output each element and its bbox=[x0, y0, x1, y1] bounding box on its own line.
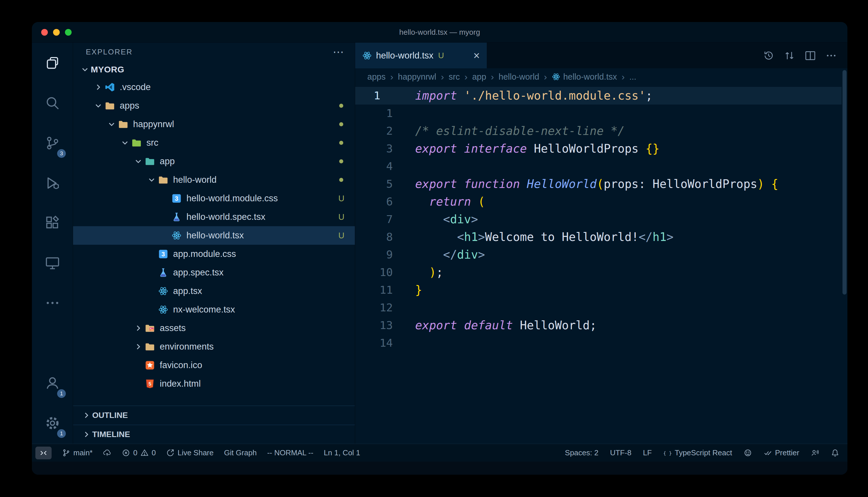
status-language-mode[interactable]: { }TypeScript React bbox=[663, 448, 732, 457]
tree-item-app.spec.tsx[interactable]: app.spec.tsx bbox=[73, 263, 355, 282]
tab-hello-world-tsx[interactable]: hello-world.tsx U × bbox=[355, 43, 487, 68]
line-number[interactable]: 14 bbox=[355, 334, 401, 352]
code-content[interactable]: import './hello-world.module.css';/* esl… bbox=[401, 87, 848, 444]
split-editor-icon[interactable] bbox=[804, 50, 816, 61]
code-line[interactable] bbox=[415, 158, 848, 175]
status-vim-mode[interactable]: -- NORMAL -- bbox=[267, 448, 313, 457]
activity-item-accounts-icon[interactable]: 1 bbox=[32, 363, 73, 403]
tree-item-nx-welcome.tsx[interactable]: nx-welcome.tsx bbox=[73, 300, 355, 319]
status-prettier[interactable]: Prettier bbox=[763, 448, 799, 457]
code-line[interactable]: </div> bbox=[415, 246, 848, 264]
line-number[interactable]: 1 bbox=[355, 87, 401, 104]
tree-item-hello-world.module.css[interactable]: 3hello-world.module.cssU bbox=[73, 189, 355, 208]
activity-item-remote-explorer-icon[interactable] bbox=[32, 243, 73, 283]
activity-item-extensions-icon[interactable] bbox=[32, 203, 73, 243]
status-notifications[interactable] bbox=[831, 449, 839, 457]
line-number[interactable]: 13 bbox=[355, 316, 401, 334]
workbench: 3 11 EXPLORER ⋯ MYORG .vscodeappshappynr… bbox=[32, 43, 848, 444]
tree-item-apps[interactable]: apps bbox=[73, 97, 355, 115]
activity-item-run-debug-icon[interactable] bbox=[32, 163, 73, 203]
tree-item-hello-world.tsx[interactable]: hello-world.tsxU bbox=[73, 226, 355, 245]
activity-item-source-control-icon[interactable]: 3 bbox=[32, 123, 73, 163]
code-line[interactable]: <div> bbox=[415, 211, 848, 228]
activity-item-files-icon[interactable] bbox=[32, 43, 73, 83]
status-feedback-smiley[interactable] bbox=[744, 449, 752, 457]
line-number[interactable]: 7 bbox=[355, 211, 401, 228]
tree-item-happynrwl[interactable]: happynrwl bbox=[73, 115, 355, 133]
status-git-branch[interactable]: main* bbox=[62, 448, 93, 457]
line-number[interactable]: 2 bbox=[355, 122, 401, 140]
feedback-icon bbox=[811, 449, 819, 457]
line-number[interactable]: 8 bbox=[355, 228, 401, 246]
history-icon[interactable] bbox=[763, 50, 774, 61]
tree-item-environments[interactable]: environments bbox=[73, 337, 355, 356]
breadcrumb-item-app[interactable]: app bbox=[472, 72, 486, 82]
tree-item-app.module.css[interactable]: 3app.module.css bbox=[73, 245, 355, 263]
line-number[interactable]: 1 bbox=[355, 104, 401, 122]
minimize-window-button[interactable] bbox=[53, 29, 60, 36]
breadcrumb-item-happynrwl[interactable]: happynrwl bbox=[398, 72, 436, 82]
status-publish-changes[interactable] bbox=[103, 449, 111, 457]
status-remote-indicator[interactable] bbox=[36, 446, 52, 459]
tree-item-hello-world.spec.tsx[interactable]: hello-world.spec.tsxU bbox=[73, 208, 355, 226]
code-line[interactable] bbox=[415, 334, 848, 352]
code-editor[interactable]: 11234567891011121314 import './hello-wor… bbox=[355, 85, 848, 444]
status-eol[interactable]: LF bbox=[643, 448, 652, 457]
line-number[interactable]: 11 bbox=[355, 281, 401, 299]
section-outline[interactable]: OUTLINE bbox=[73, 406, 355, 425]
line-number[interactable]: 4 bbox=[355, 158, 401, 175]
line-number[interactable]: 9 bbox=[355, 246, 401, 264]
code-line[interactable]: export function HelloWorld(props: HelloW… bbox=[415, 175, 848, 193]
breadcrumb-item-...[interactable]: ... bbox=[630, 72, 636, 82]
status-feedback[interactable] bbox=[811, 449, 819, 457]
code-line[interactable]: ); bbox=[415, 264, 848, 281]
open-changes-icon[interactable] bbox=[784, 50, 795, 61]
tree-root-myorg[interactable]: MYORG bbox=[73, 61, 355, 78]
tree-item-index.html[interactable]: 5index.html bbox=[73, 374, 355, 393]
more-actions-icon[interactable] bbox=[825, 50, 837, 61]
more-actions-icon[interactable]: ⋯ bbox=[333, 46, 344, 57]
code-line[interactable] bbox=[415, 104, 848, 122]
tree-item-hello-world[interactable]: hello-world bbox=[73, 171, 355, 189]
status-live-share[interactable]: Live Share bbox=[166, 448, 213, 457]
code-line[interactable]: export interface HelloWorldProps {} bbox=[415, 140, 848, 158]
breadcrumb-item-src[interactable]: src bbox=[449, 72, 460, 82]
tree-item-favicon.ico[interactable]: favicon.ico bbox=[73, 356, 355, 374]
scrollbar[interactable] bbox=[842, 70, 846, 295]
breadcrumb-item-hello-world.tsx[interactable]: hello-world.tsx bbox=[552, 72, 617, 82]
code-token: > bbox=[478, 248, 485, 261]
line-number[interactable]: 10 bbox=[355, 264, 401, 281]
activity-item-settings-gear-icon[interactable]: 1 bbox=[32, 403, 73, 443]
line-number[interactable]: 6 bbox=[355, 193, 401, 211]
section-timeline[interactable]: TIMELINE bbox=[73, 425, 355, 444]
tree-item-app[interactable]: app bbox=[73, 152, 355, 171]
close-window-button[interactable] bbox=[41, 29, 48, 36]
code-line[interactable] bbox=[415, 299, 848, 316]
activity-item-search-icon[interactable] bbox=[32, 83, 73, 123]
code-line[interactable]: return ( bbox=[415, 193, 848, 211]
line-number[interactable]: 3 bbox=[355, 140, 401, 158]
breadcrumb-item-apps[interactable]: apps bbox=[367, 72, 386, 82]
status-encoding[interactable]: UTF-8 bbox=[610, 448, 631, 457]
close-tab-icon[interactable]: × bbox=[473, 50, 480, 61]
tree-item-label: app.tsx bbox=[173, 286, 202, 296]
status-indentation[interactable]: Spaces: 2 bbox=[565, 448, 599, 457]
status-problems[interactable]: 00 bbox=[122, 448, 156, 457]
tree-item-app.tsx[interactable]: app.tsx bbox=[73, 282, 355, 300]
line-number[interactable]: 5 bbox=[355, 175, 401, 193]
code-line[interactable]: /* eslint-disable-next-line */ bbox=[415, 122, 848, 140]
breadcrumb-item-hello-world[interactable]: hello-world bbox=[499, 72, 539, 82]
code-line[interactable]: import './hello-world.module.css'; bbox=[415, 87, 848, 104]
line-number[interactable]: 12 bbox=[355, 299, 401, 316]
tree-item-assets[interactable]: assets bbox=[73, 319, 355, 337]
zoom-window-button[interactable] bbox=[65, 29, 72, 36]
status-git-graph[interactable]: Git Graph bbox=[224, 448, 257, 457]
activity-item-more-icon[interactable] bbox=[32, 283, 73, 323]
status-cursor-position[interactable]: Ln 1, Col 1 bbox=[324, 448, 360, 457]
tree-item-src[interactable]: src bbox=[73, 133, 355, 152]
code-line[interactable]: <h1>Welcome to HelloWorld!</h1> bbox=[415, 228, 848, 246]
tree-item-.vscode[interactable]: .vscode bbox=[73, 78, 355, 97]
code-line[interactable]: export default HelloWorld; bbox=[415, 316, 848, 334]
tree-item-label: src bbox=[147, 138, 158, 148]
code-line[interactable]: } bbox=[415, 281, 848, 299]
